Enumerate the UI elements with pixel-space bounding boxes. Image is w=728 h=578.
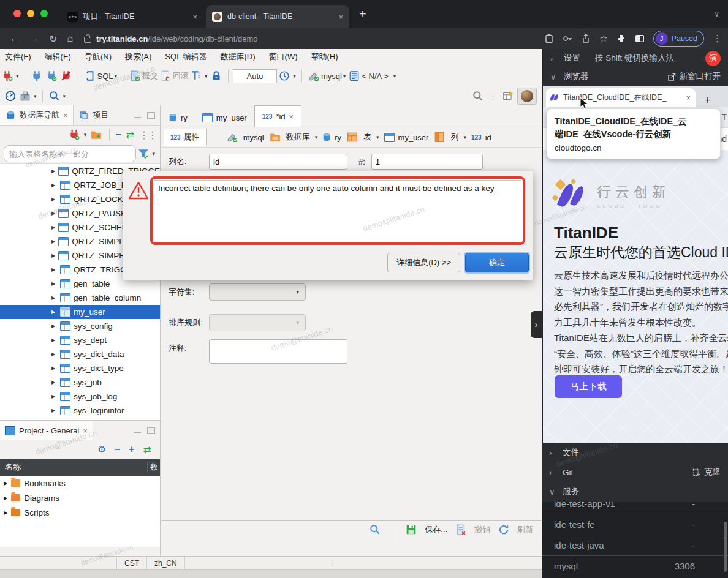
tab-project[interactable]: 项目 — [74, 105, 114, 125]
breadcrumb-col-label[interactable]: 列 — [450, 132, 458, 143]
home-icon[interactable]: ⌂ — [67, 33, 73, 44]
chevron-down-icon[interactable]: ▾ — [315, 134, 318, 140]
connect-icon[interactable] — [31, 70, 42, 81]
breadcrumb-db-label[interactable]: 数据库 — [286, 132, 310, 143]
chevron-down-icon[interactable]: ▾ — [463, 134, 466, 140]
bottom-scroll-strip[interactable] — [0, 569, 542, 578]
tab-project-general[interactable]: Project - General × — [0, 421, 93, 440]
bookmark-star-icon[interactable]: ☆ — [599, 33, 607, 44]
table-row[interactable]: ▶sys_dept — [0, 333, 160, 347]
extensions-puzzle-icon[interactable] — [616, 34, 626, 43]
table-row[interactable]: ▶sys_job — [0, 375, 160, 389]
project-item-scripts[interactable]: ▶Scripts — [0, 505, 160, 520]
lock-icon[interactable] — [211, 70, 222, 81]
refresh-label[interactable]: 刷新 — [517, 524, 533, 535]
table-row[interactable]: ▶sys_job_log — [0, 389, 160, 403]
reload-icon[interactable]: ↻ — [49, 33, 57, 45]
close-tab-icon[interactable]: × — [192, 12, 197, 21]
kebab-menu-icon[interactable]: ⋮ — [713, 33, 722, 44]
password-key-icon[interactable] — [563, 34, 572, 43]
database-list-icon[interactable] — [349, 70, 360, 81]
link-editor-icon[interactable]: ⇄ — [143, 444, 151, 456]
menu-search[interactable]: 搜索(A) — [125, 51, 151, 62]
side-panel-icon[interactable] — [635, 34, 645, 43]
profile-button[interactable]: J Paused — [653, 31, 704, 47]
rollback-label[interactable]: 回滚 — [173, 70, 189, 81]
editor-tab-id[interactable]: 123 *id × — [254, 105, 301, 127]
schema-select[interactable]: < N/A > — [362, 72, 388, 81]
editor-tab-my-user[interactable]: my_user — [195, 108, 254, 127]
chevron-down-icon[interactable]: ▾ — [84, 132, 87, 138]
service-row[interactable]: ide-test-fe- — [542, 514, 728, 535]
chevron-down-icon[interactable]: ▾ — [205, 73, 208, 79]
address-bar[interactable]: try.titanide.cn/ide/web/coding/db-client… — [84, 34, 258, 43]
chevron-down-icon[interactable]: ▾ — [376, 134, 379, 140]
engine-label[interactable]: mysql — [321, 72, 342, 81]
browser-tab-dbclient[interactable]: db-client - TitanIDE × — [206, 5, 349, 28]
rollback-icon[interactable] — [160, 70, 171, 81]
column-number-input[interactable] — [371, 154, 483, 170]
breadcrumb-column[interactable]: id — [485, 133, 491, 142]
menu-sql-editor[interactable]: SQL 编辑器 — [165, 51, 207, 62]
menu-help[interactable]: 帮助(H) — [311, 51, 338, 62]
breadcrumb-table[interactable]: my_user — [398, 133, 429, 142]
expand-all-icon[interactable]: + — [129, 444, 134, 455]
table-filter-input[interactable] — [4, 145, 136, 162]
chevron-down-icon[interactable]: ▾ — [293, 73, 296, 79]
mac-close-button[interactable] — [13, 10, 21, 17]
browser-section-row[interactable]: ∨ 浏览器 新窗口打开 — [543, 67, 728, 86]
table-row[interactable]: ▶sys_dict_data — [0, 347, 160, 361]
project-item-bookmarks[interactable]: ▶Bookmarks — [0, 476, 160, 490]
browser-tab-project[interactable]: <t> 项目 - TitanIDE × — [61, 5, 203, 28]
scrollbar-thumb[interactable] — [724, 522, 727, 572]
panel-expand-handle[interactable]: › — [531, 311, 542, 338]
ok-button[interactable]: 确定 — [465, 253, 529, 272]
chevron-down-icon[interactable]: ▾ — [63, 93, 66, 99]
save-label[interactable]: 保存... — [425, 524, 447, 535]
git-section-row[interactable]: › Git 克隆 — [542, 462, 728, 482]
menu-edit[interactable]: 编辑(E) — [45, 51, 71, 62]
comment-textarea[interactable] — [209, 339, 347, 364]
service-row[interactable]: ide-test-java- — [542, 535, 728, 556]
menu-database[interactable]: 数据库(D) — [221, 51, 256, 62]
filter-funnel-icon[interactable] — [138, 148, 149, 159]
commit-label[interactable]: 提交 — [142, 70, 158, 81]
chevron-down-icon[interactable]: ▾ — [34, 93, 37, 99]
menu-window[interactable]: 窗口(W) — [269, 51, 298, 62]
gear-icon[interactable]: ⚙ — [97, 444, 105, 455]
breadcrumb-connection[interactable]: mysql — [243, 133, 264, 142]
column-name-input[interactable] — [209, 154, 347, 170]
collapse-all-icon[interactable]: − — [115, 444, 120, 455]
sql-menu-label[interactable]: SQL — [97, 72, 113, 81]
minimize-panel-icon[interactable] — [134, 116, 141, 118]
transaction-mode-icon[interactable] — [191, 70, 202, 81]
save-icon[interactable] — [406, 524, 417, 535]
view-menu-icon[interactable]: ⋮⋮ — [139, 129, 156, 141]
commit-icon[interactable] — [129, 70, 140, 81]
close-icon[interactable]: × — [686, 94, 691, 102]
new-folder-icon[interactable] — [91, 129, 102, 140]
inner-new-tab-button[interactable]: + — [704, 94, 711, 107]
git-clone-button[interactable]: 克隆 — [692, 467, 721, 478]
chevron-down-icon[interactable]: ▾ — [343, 73, 346, 79]
menu-file[interactable]: 文件(F) — [5, 51, 31, 62]
editor-tab-ry[interactable]: ry — [161, 108, 195, 127]
undo-label[interactable]: 撤销 — [474, 524, 490, 535]
new-connection-icon[interactable] — [69, 129, 80, 140]
table-row[interactable]: ▶sys_dict_type — [0, 361, 160, 375]
reconnect-icon[interactable] — [46, 70, 57, 81]
history-clock-icon[interactable] — [279, 70, 290, 81]
breadcrumb-table-label[interactable]: 表 — [363, 132, 371, 143]
breadcrumb-db[interactable]: ry — [335, 133, 341, 142]
chevron-down-icon[interactable]: ▾ — [393, 73, 396, 79]
back-icon[interactable]: ← — [10, 33, 20, 44]
close-icon[interactable]: × — [289, 112, 294, 121]
maximize-panel-icon[interactable] — [147, 112, 155, 119]
chevron-down-icon[interactable]: ▾ — [115, 73, 118, 79]
mac-zoom-button[interactable] — [40, 10, 48, 17]
services-section-row[interactable]: ∨ 服务 — [542, 482, 728, 501]
close-icon[interactable]: × — [63, 111, 68, 120]
chevron-down-icon[interactable]: ▾ — [16, 73, 19, 79]
inner-browser-tab[interactable]: TitanIDE_CloudIDE_在线IDE_ × — [546, 88, 696, 107]
share-icon[interactable] — [581, 34, 591, 43]
